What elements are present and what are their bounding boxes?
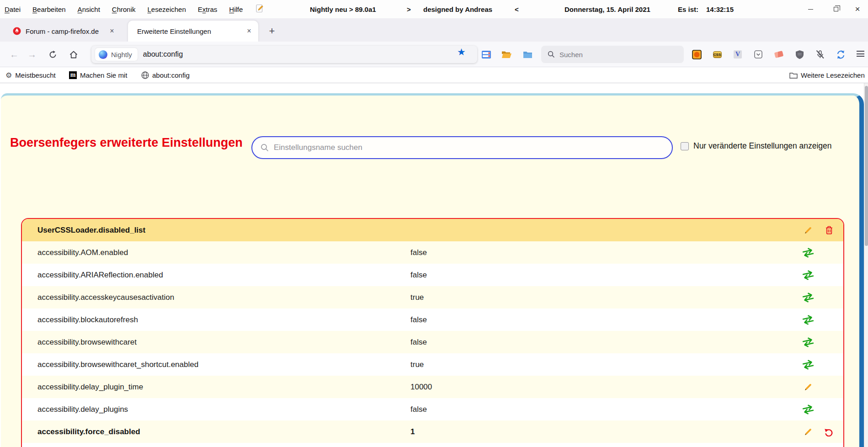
toolbar-search-input[interactable] [559,51,669,59]
window-close-button[interactable]: × [847,0,868,18]
home-button[interactable] [67,48,80,61]
titlebar-separator-left: < [515,0,519,18]
config-row[interactable]: accessibility.browsewithcaret_shortcut.e… [22,353,843,376]
scrollbar-thumb[interactable] [865,86,868,246]
pencil-icon [804,226,813,235]
reset-button[interactable] [822,420,836,443]
menu-lesezeichen[interactable]: Lesezeichen [148,5,186,13]
toggle-button[interactable] [801,309,815,331]
bookmark-meistbesucht[interactable]: ⚙ Meistbesucht [5,67,56,83]
toggle-arrows-icon [801,336,815,348]
back-button[interactable]: ← [8,48,21,61]
bookmark-machen-sie-mit[interactable]: m Machen Sie mit [69,67,127,83]
gear-icon: ⚙ [5,71,12,80]
page-content-area: Boersenfegers erweiterte Einstellungen N… [0,83,868,447]
bookmarks-toolbar: ⚙ Meistbesucht m Machen Sie mit about:co… [0,67,868,83]
menu-hilfe[interactable]: Hilfe [229,5,243,13]
forward-button[interactable]: → [26,48,38,61]
new-tab-button[interactable]: + [265,24,279,38]
notes-pencil-icon[interactable] [256,4,264,15]
eraser-addon-icon[interactable] [773,49,784,60]
config-row[interactable]: accessibility.ARIAReflection.enabled fal… [22,264,843,286]
close-icon: × [855,4,860,14]
open-folder-toolbar-button[interactable] [501,48,512,60]
trash-icon [825,225,834,235]
chevron-box-addon-icon[interactable] [753,49,764,60]
pref-name: accessibility.browsewithcaret_shortcut.e… [37,353,198,376]
toggle-arrows-icon [801,358,815,371]
nightly-logo-icon [99,50,107,59]
menu-chronik[interactable]: Chronik [112,5,136,13]
orange-circle-addon-icon[interactable] [691,49,702,60]
toggle-button[interactable] [801,353,815,376]
config-row[interactable]: accessibility.accesskeycausesactivation … [22,286,843,309]
pref-search-input[interactable] [274,143,649,152]
pref-value: 1 [410,420,415,443]
identity-label: Nightly [111,51,132,59]
toggle-button[interactable] [801,398,815,420]
edit-button[interactable] [801,219,815,241]
app-menu-button[interactable] [857,51,864,57]
toggle-button[interactable] [801,264,815,286]
tab-close-button[interactable]: × [107,26,117,37]
pref-name: accessibility.delay_plugins [37,398,128,420]
config-row[interactable]: accessibility.blockautorefresh false [22,309,843,331]
toggle-button[interactable] [801,241,815,264]
blue-folder-toolbar-button[interactable] [522,48,533,60]
config-row[interactable]: UserCSSLoader.disabled_list [22,219,843,241]
toggle-button[interactable] [801,286,815,309]
config-row[interactable]: accessibility.delay_plugins false [22,398,843,420]
search-icon [548,51,555,58]
tab-title: Erweiterte Einstellungen [137,27,244,35]
titlebar-clock: 14:32:15 [706,0,734,18]
only-modified-label: Nur veränderte Einstellungen anzeigen [693,141,832,151]
pref-name: accessibility.browsewithcaret [37,331,137,353]
reload-button[interactable] [46,48,59,61]
home-icon [69,50,78,59]
toolbar-search-field[interactable] [541,46,684,63]
menu-extras[interactable]: Extras [198,5,218,13]
muted-mic-addon-icon[interactable] [815,49,825,60]
edit-button[interactable] [801,376,815,398]
menu-bearbeiten[interactable]: Bearbeiten [32,5,66,13]
tab-list-toolbar-button[interactable] [480,48,492,60]
identity-chip[interactable]: Nightly [95,48,138,61]
titlebar-time-label: Es ist: [678,0,698,18]
tab-close-button[interactable]: × [244,26,255,37]
window-restore-button[interactable] [825,0,847,18]
pref-value: 10000 [410,376,432,398]
navigation-toolbar: ← → Nightly about:config ★ [0,42,868,67]
delete-button[interactable] [822,219,836,241]
pref-search-box[interactable] [251,136,673,159]
pref-value: false [410,264,427,286]
config-row[interactable]: accessibility.browsewithcaret false [22,331,843,353]
more-bookmarks-button[interactable]: Weitere Lesezeichen [789,67,865,83]
pref-value: false [410,309,427,331]
bookmark-about-config[interactable]: about:config [141,67,190,83]
menu-ansicht[interactable]: Ansicht [78,5,100,13]
pref-name: accessibility.blockautorefresh [37,309,138,331]
config-row[interactable]: accessibility.force_disabled 1 [22,420,843,443]
only-modified-filter[interactable]: Nur veränderte Einstellungen anzeigen [681,141,832,151]
only-modified-checkbox[interactable] [681,142,689,150]
vertical-scrollbar[interactable] [864,83,868,447]
menu-datei[interactable]: Datei [5,5,21,13]
bookmark-star-icon[interactable]: ★ [457,47,466,58]
tab-forum[interactable]: Forum - camp-firefox.de × [5,21,121,42]
sync-arrows-addon-icon[interactable] [835,49,846,60]
tab-erweiterte-einstellungen-active[interactable]: Erweiterte Einstellungen × [128,21,258,42]
shield-addon-icon[interactable] [794,49,805,60]
pref-name: accessibility.delay_plugin_time [37,376,143,398]
window-minimize-button[interactable] [800,0,821,18]
pref-value: false [410,331,427,353]
v-addon-icon[interactable]: V [732,49,743,60]
mozilla-m-icon: m [69,71,77,79]
config-row[interactable]: accessibility.AOM.enabled false [22,241,843,264]
pref-value: true [410,286,424,309]
toggle-button[interactable] [801,331,815,353]
url-bar[interactable]: Nightly about:config [91,46,477,63]
css-addon-icon[interactable]: CSS [712,49,723,60]
toggle-arrows-icon [801,269,815,281]
edit-button[interactable] [801,420,815,443]
config-row[interactable]: accessibility.delay_plugin_time 10000 [22,376,843,398]
